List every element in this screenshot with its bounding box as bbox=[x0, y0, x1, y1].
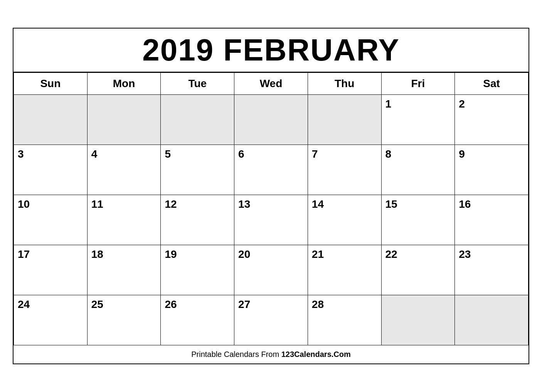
calendar-cell bbox=[455, 295, 529, 345]
day-number: 27 bbox=[238, 298, 250, 310]
day-number: 3 bbox=[18, 148, 24, 160]
day-number: 5 bbox=[165, 148, 171, 160]
day-number: 17 bbox=[18, 248, 30, 260]
calendar-cell: 17 bbox=[14, 245, 88, 295]
calendar-cell: 5 bbox=[161, 145, 234, 195]
footer-text: Printable Calendars From bbox=[191, 350, 281, 358]
calendar-cell: 8 bbox=[381, 145, 455, 195]
day-number: 16 bbox=[459, 198, 471, 210]
calendar-cell: 3 bbox=[14, 145, 88, 195]
calendar-cell: 21 bbox=[308, 245, 381, 295]
day-number: 23 bbox=[459, 248, 471, 260]
day-header-fri: Fri bbox=[381, 73, 455, 95]
calendar-cell: 12 bbox=[161, 195, 234, 245]
calendar-cell bbox=[161, 95, 234, 145]
day-number: 22 bbox=[385, 248, 397, 260]
day-number: 15 bbox=[385, 198, 397, 210]
week-row-4: 2425262728 bbox=[14, 295, 529, 345]
day-header-tue: Tue bbox=[161, 73, 234, 95]
day-number: 26 bbox=[165, 298, 177, 310]
day-number: 19 bbox=[165, 248, 177, 260]
calendar-cell: 6 bbox=[234, 145, 308, 195]
day-number: 24 bbox=[18, 298, 30, 310]
calendar-cell bbox=[381, 295, 455, 345]
day-number: 11 bbox=[91, 198, 103, 210]
calendar-cell bbox=[234, 95, 308, 145]
calendar-cell: 20 bbox=[234, 245, 308, 295]
calendar-table: SunMonTueWedThuFriSat 123456789101112131… bbox=[13, 72, 529, 345]
day-header-wed: Wed bbox=[234, 73, 308, 95]
day-number: 2 bbox=[459, 98, 465, 110]
calendar-cell: 9 bbox=[455, 145, 529, 195]
day-number: 20 bbox=[238, 248, 250, 260]
calendar-cell: 4 bbox=[87, 145, 161, 195]
day-number: 21 bbox=[312, 248, 324, 260]
calendar-container: 2019 FEBRUARY SunMonTueWedThuFriSat 1234… bbox=[13, 28, 529, 364]
day-number: 4 bbox=[91, 148, 98, 160]
calendar-cell: 2 bbox=[455, 95, 529, 145]
day-number: 28 bbox=[312, 298, 324, 310]
day-header-sun: Sun bbox=[14, 73, 88, 95]
day-headers-row: SunMonTueWedThuFriSat bbox=[14, 73, 529, 95]
calendar-cell: 24 bbox=[14, 295, 88, 345]
calendar-cell: 27 bbox=[234, 295, 308, 345]
calendar-cell bbox=[87, 95, 161, 145]
calendar-cell: 15 bbox=[381, 195, 455, 245]
day-header-sat: Sat bbox=[455, 73, 529, 95]
calendar-title: 2019 FEBRUARY bbox=[13, 29, 529, 72]
day-number: 9 bbox=[459, 148, 465, 160]
calendar-cell: 16 bbox=[455, 195, 529, 245]
day-number: 18 bbox=[91, 248, 103, 260]
day-number: 14 bbox=[312, 198, 324, 210]
day-number: 7 bbox=[312, 148, 318, 160]
week-row-2: 10111213141516 bbox=[14, 195, 529, 245]
calendar-footer: Printable Calendars From 123Calendars.Co… bbox=[13, 345, 529, 363]
day-number: 10 bbox=[18, 198, 30, 210]
day-number: 13 bbox=[238, 198, 250, 210]
calendar-cell: 19 bbox=[161, 245, 234, 295]
day-header-thu: Thu bbox=[308, 73, 381, 95]
calendar-cell bbox=[308, 95, 381, 145]
calendar-cell: 23 bbox=[455, 245, 529, 295]
week-row-1: 3456789 bbox=[14, 145, 529, 195]
calendar-cell: 25 bbox=[87, 295, 161, 345]
calendar-cell: 18 bbox=[87, 245, 161, 295]
week-row-3: 17181920212223 bbox=[14, 245, 529, 295]
calendar-cell: 7 bbox=[308, 145, 381, 195]
calendar-cell bbox=[14, 95, 88, 145]
calendar-cell: 26 bbox=[161, 295, 234, 345]
calendar-cell: 10 bbox=[14, 195, 88, 245]
day-number: 1 bbox=[385, 98, 392, 110]
calendar-cell: 1 bbox=[381, 95, 455, 145]
day-header-mon: Mon bbox=[87, 73, 161, 95]
day-number: 6 bbox=[238, 148, 244, 160]
day-number: 8 bbox=[385, 148, 392, 160]
calendar-cell: 11 bbox=[87, 195, 161, 245]
calendar-cell: 22 bbox=[381, 245, 455, 295]
calendar-cell: 13 bbox=[234, 195, 308, 245]
footer-brand: 123Calendars.Com bbox=[281, 350, 351, 358]
calendar-cell: 14 bbox=[308, 195, 381, 245]
day-number: 12 bbox=[165, 198, 177, 210]
calendar-cell: 28 bbox=[308, 295, 381, 345]
day-number: 25 bbox=[91, 298, 103, 310]
week-row-0: 12 bbox=[14, 95, 529, 145]
